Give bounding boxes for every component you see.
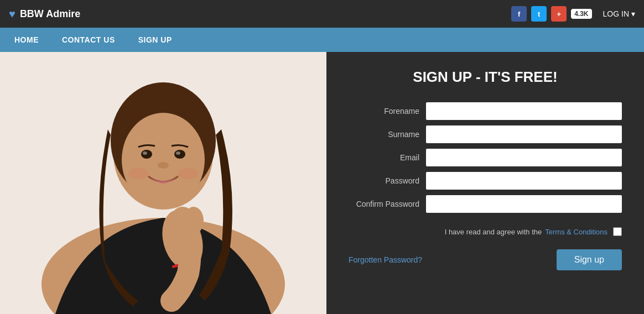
confirm-password-label: Confirm Password — [349, 200, 426, 208]
nav-bar: HOME CONTACT US SIGN UP — [0, 28, 644, 52]
share-count: 4.3K — [571, 9, 591, 19]
bottom-row: Forgotten Password? Sign up — [349, 249, 622, 270]
confirm-password-input[interactable] — [426, 195, 622, 213]
heart-icon: ♥ — [9, 8, 15, 20]
nav-item-sign-up[interactable]: SIGN UP — [135, 33, 175, 46]
password-input[interactable] — [426, 172, 622, 190]
terms-prefix-text: I have read and agree with the — [445, 228, 542, 236]
forename-label: Forename — [349, 107, 426, 116]
photo-panel — [0, 52, 326, 314]
terms-row: I have read and agree with the Terms & C… — [349, 227, 622, 236]
confirm-password-row: Confirm Password — [349, 195, 622, 213]
forgot-password-link[interactable]: Forgotten Password? — [349, 255, 422, 264]
facebook-button[interactable]: f — [511, 6, 527, 22]
brand: ♥ BBW Admire — [9, 8, 80, 20]
dropdown-chevron-icon: ▾ — [631, 9, 635, 18]
email-input[interactable] — [426, 149, 622, 166]
top-bar: ♥ BBW Admire f t + 4.3K LOG IN ▾ — [0, 0, 644, 28]
terms-checkbox[interactable] — [613, 227, 622, 236]
svg-point-11 — [128, 168, 148, 179]
forename-row: Forename — [349, 102, 622, 120]
top-bar-right: f t + 4.3K LOG IN ▾ — [511, 6, 635, 22]
surname-row: Surname — [349, 125, 622, 143]
svg-point-12 — [178, 168, 198, 179]
forename-input[interactable] — [426, 102, 622, 120]
svg-point-8 — [143, 151, 147, 155]
svg-point-6 — [141, 150, 152, 159]
password-row: Password — [349, 172, 622, 190]
email-label: Email — [349, 153, 426, 162]
svg-point-7 — [174, 150, 185, 159]
nav-item-home[interactable]: HOME — [11, 33, 42, 46]
form-title: SIGN UP - IT'S FREE! — [413, 69, 557, 86]
googleplus-button[interactable]: + — [551, 6, 567, 22]
main-content: SIGN UP - IT'S FREE! Forename Surname Em… — [0, 52, 644, 314]
signup-button[interactable]: Sign up — [557, 249, 622, 270]
surname-label: Surname — [349, 130, 426, 139]
login-button[interactable]: LOG IN ▾ — [603, 9, 635, 18]
email-row: Email — [349, 149, 622, 166]
brand-name: BBW Admire — [20, 8, 80, 20]
svg-point-9 — [176, 151, 180, 155]
terms-link[interactable]: Terms & Conditions — [545, 228, 607, 236]
svg-point-5 — [122, 113, 205, 207]
svg-point-10 — [158, 162, 169, 169]
form-panel: SIGN UP - IT'S FREE! Forename Surname Em… — [326, 52, 644, 314]
twitter-button[interactable]: t — [531, 6, 547, 22]
surname-input[interactable] — [426, 125, 622, 143]
password-label: Password — [349, 176, 426, 185]
nav-item-contact-us[interactable]: CONTACT US — [59, 33, 118, 46]
